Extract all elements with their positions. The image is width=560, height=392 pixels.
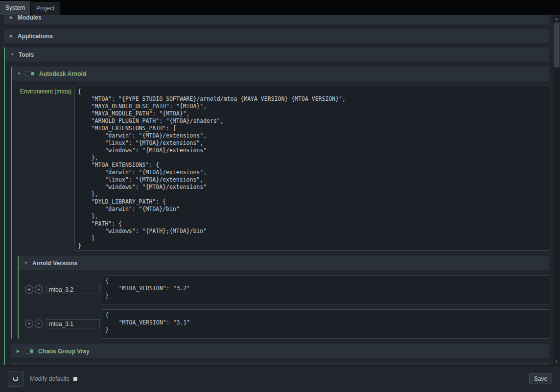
group-title-arnold-versions: Arnold Versions (32, 260, 77, 267)
settings-scroll-area: ▶ Modules ▶ Applications ▼ Tools ▼ Autod… (0, 15, 553, 365)
toggle-knob (31, 72, 34, 75)
scrollbar-thumb[interactable] (554, 23, 560, 68)
scroll-down-icon[interactable]: ▼ (553, 358, 560, 365)
vertical-scrollbar[interactable]: ▲ ▼ (553, 15, 560, 365)
group-title-arnold: Autodesk Arnold (39, 70, 86, 77)
vray-enabled-toggle-icon[interactable] (24, 348, 34, 354)
modify-defaults-checkbox[interactable] (73, 377, 77, 381)
expander-expanded-icon: ▼ (17, 72, 22, 76)
group-arnold: ▼ Autodesk Arnold Environment (mtoa) { "… (11, 67, 549, 339)
tab-bar: System Project (0, 0, 560, 15)
arnold-body: Environment (mtoa) { "MTOA": "{PYPE_STUD… (12, 81, 549, 339)
add-item-button[interactable]: + (25, 285, 33, 294)
expander-collapsed-icon: ▶ (9, 16, 14, 20)
section-title-modules: Modules (18, 15, 42, 21)
section-header-modules[interactable]: ▶ Modules (4, 15, 549, 24)
section-header-tools[interactable]: ▼ Tools (5, 47, 549, 62)
scroll-up-icon[interactable]: ▲ (553, 15, 560, 22)
section-tools: ▼ Tools ▼ Autodesk Arnold Environment (m… (4, 47, 549, 365)
refresh-icon (12, 374, 20, 384)
section-title-applications: Applications (18, 33, 53, 40)
expander-collapsed-icon: ▶ (9, 34, 14, 38)
add-item-button[interactable]: + (25, 320, 33, 328)
tab-system-label: System (5, 4, 25, 11)
version-key-input[interactable] (46, 285, 100, 294)
group-arnold-versions: ▼ Arnold Versions + − (18, 256, 549, 339)
expander-expanded-icon: ▼ (10, 53, 15, 57)
version-row-controls: + − (25, 285, 100, 294)
tab-system[interactable]: System (0, 1, 31, 15)
version-row: + − { "MTOA_VERSION": "3.1" } (25, 309, 549, 339)
env-mtoa-label: Environment (mtoa) (18, 88, 71, 95)
section-title-tools: Tools (19, 51, 34, 58)
env-mtoa-row: Environment (mtoa) { "MTOA": "{PYPE_STUD… (18, 86, 549, 251)
expander-expanded-icon: ▼ (23, 261, 28, 265)
footer-bar: Modify defaults Save (0, 365, 560, 392)
group-title-vray: Chaos Group Vray (38, 348, 90, 355)
version-row-controls: + − (25, 319, 100, 328)
toggle-knob (30, 349, 33, 353)
modify-defaults-label: Modify defaults (30, 375, 70, 382)
section-header-applications[interactable]: ▶ Applications (4, 29, 549, 43)
group-header-arnold[interactable]: ▼ Autodesk Arnold (12, 67, 549, 81)
version-row: + − { "MTOA_VERSION": "3.2" } (25, 275, 549, 304)
remove-item-button[interactable]: − (35, 320, 43, 328)
arnold-versions-body: + − { "MTOA_VERSION": "3.2" } + (19, 270, 549, 339)
version-key-input[interactable] (46, 319, 100, 328)
remove-item-button[interactable]: − (35, 285, 43, 294)
arnold-enabled-toggle-icon[interactable] (25, 71, 35, 76)
group-header-vray[interactable]: ▶ Chaos Group Vray (11, 344, 549, 358)
expander-collapsed-icon: ▶ (16, 349, 21, 353)
env-mtoa-textarea[interactable]: { "MTOA": "{PYPE_STUDIO_SOFTWARE}/arnold… (74, 86, 549, 251)
group-header-arnold-versions[interactable]: ▼ Arnold Versions (19, 256, 549, 270)
tools-body: ▼ Autodesk Arnold Environment (mtoa) { "… (5, 62, 549, 365)
refresh-button[interactable] (8, 371, 23, 387)
version-value-textarea[interactable]: { "MTOA_VERSION": "3.2" } (102, 275, 549, 304)
tab-project[interactable]: Project (31, 2, 60, 15)
version-value-textarea[interactable]: { "MTOA_VERSION": "3.1" } (102, 309, 549, 339)
tab-project-label: Project (36, 5, 54, 12)
settings-window: System Project ▶ Modules ▶ Applications … (0, 0, 560, 392)
save-button[interactable]: Save (529, 373, 552, 384)
